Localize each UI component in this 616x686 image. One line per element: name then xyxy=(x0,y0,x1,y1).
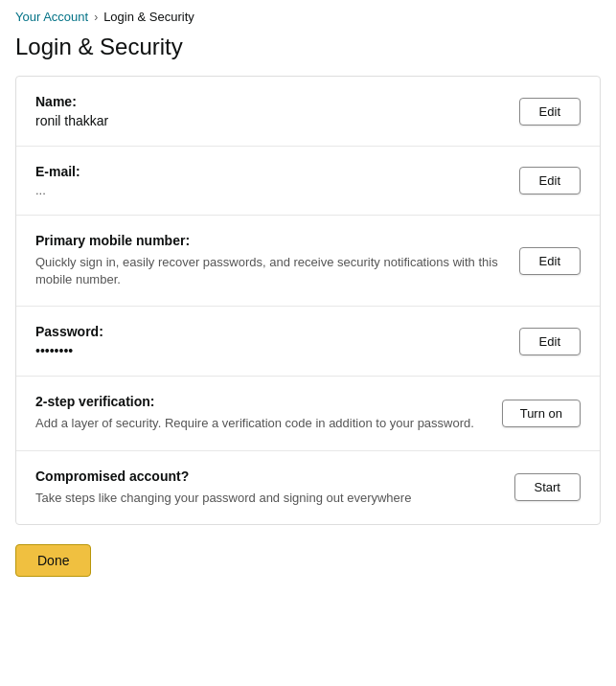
email-label: E-mail: xyxy=(35,164,500,179)
breadcrumb-current: Login & Security xyxy=(103,10,194,24)
done-button-container: Done xyxy=(0,525,616,596)
name-row: Name: ronil thakkar Edit xyxy=(16,77,600,147)
twostep-content: 2-step verification: Add a layer of secu… xyxy=(35,394,483,432)
breadcrumb: Your Account › Login & Security xyxy=(0,0,616,30)
done-button[interactable]: Done xyxy=(15,544,91,577)
compromised-row: Compromised account? Take steps like cha… xyxy=(16,451,600,524)
email-value: ... xyxy=(35,183,500,197)
twostep-turnon-button[interactable]: Turn on xyxy=(502,400,581,427)
page-title: Login & Security xyxy=(0,30,616,76)
twostep-row: 2-step verification: Add a layer of secu… xyxy=(16,377,600,450)
password-value: •••••••• xyxy=(35,343,500,358)
email-content: E-mail: ... xyxy=(35,164,500,197)
mobile-content: Primary mobile number: Quickly sign in, … xyxy=(35,233,500,288)
email-edit-button[interactable]: Edit xyxy=(519,167,581,194)
mobile-edit-button[interactable]: Edit xyxy=(519,247,581,275)
twostep-label: 2-step verification: xyxy=(35,394,483,409)
name-content: Name: ronil thakkar xyxy=(35,94,500,128)
password-content: Password: •••••••• xyxy=(35,324,500,358)
mobile-row: Primary mobile number: Quickly sign in, … xyxy=(16,216,600,307)
mobile-label: Primary mobile number: xyxy=(35,233,500,248)
name-edit-button[interactable]: Edit xyxy=(519,98,581,126)
name-label: Name: xyxy=(35,94,500,109)
twostep-desc: Add a layer of security. Require a verif… xyxy=(35,415,483,432)
password-label: Password: xyxy=(35,324,500,339)
compromised-start-button[interactable]: Start xyxy=(514,473,581,501)
mobile-desc: Quickly sign in, easily recover password… xyxy=(35,254,500,288)
breadcrumb-parent-link[interactable]: Your Account xyxy=(15,10,88,24)
email-row: E-mail: ... Edit xyxy=(16,147,600,216)
security-card: Name: ronil thakkar Edit E-mail: ... Edi… xyxy=(15,76,601,525)
password-edit-button[interactable]: Edit xyxy=(519,328,581,355)
compromised-label: Compromised account? xyxy=(35,469,495,484)
compromised-desc: Take steps like changing your password a… xyxy=(35,490,495,507)
password-row: Password: •••••••• Edit xyxy=(16,307,600,377)
compromised-content: Compromised account? Take steps like cha… xyxy=(35,469,495,507)
name-value: ronil thakkar xyxy=(35,113,500,128)
breadcrumb-separator: › xyxy=(94,11,98,24)
